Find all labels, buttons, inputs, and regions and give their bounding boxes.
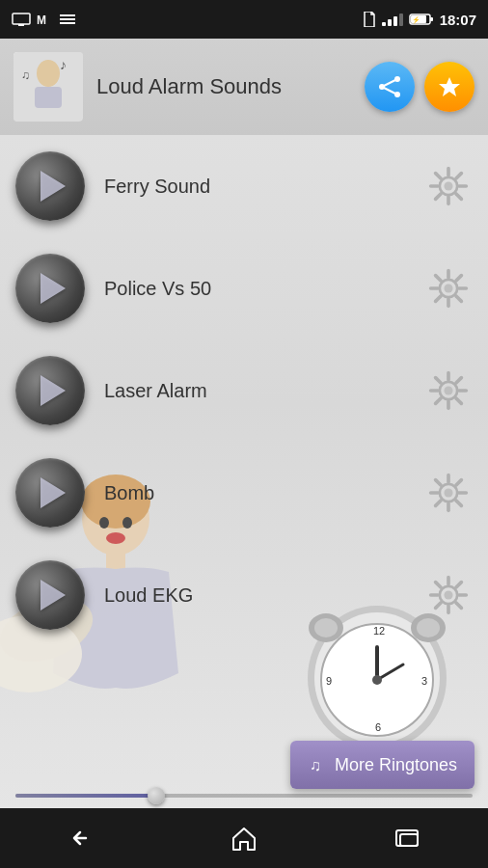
progress-bar [15,794,473,798]
home-icon [230,825,258,852]
share-button[interactable] [365,62,415,112]
status-bar: M ⚡ 18:07 [0,0,488,39]
svg-rect-0 [13,14,30,24]
thumbnail-image: ♪ ♫ [14,52,83,122]
svg-point-67 [444,386,452,394]
back-icon [67,827,95,850]
sound-item-3: Laser Alarm [0,339,488,442]
status-icons-left: M [12,13,75,26]
svg-line-82 [436,480,441,485]
signal-icon [382,13,403,26]
gear-icon-2 [427,267,470,310]
svg-line-72 [436,378,441,383]
progress-container[interactable] [15,793,473,799]
settings-button-1[interactable] [424,162,473,210]
svg-text:♪: ♪ [60,57,67,72]
play-button-2[interactable] [15,254,85,323]
svg-point-11 [37,60,60,87]
svg-line-52 [436,174,441,178]
sound-name-4: Bomb [85,482,424,504]
motorola-icon: M [37,13,54,26]
share-icon [377,74,402,99]
svg-point-57 [444,284,452,292]
sound-name-5: Loud EKG [85,584,424,607]
gear-icon-5 [427,574,470,616]
svg-line-85 [436,501,441,505]
svg-text:♫: ♫ [310,757,321,773]
settings-button-5[interactable] [424,571,473,619]
svg-rect-7 [430,17,433,21]
gear-icon-4 [427,472,470,514]
svg-text:♫: ♫ [21,68,30,82]
settings-button-4[interactable] [424,469,473,517]
menu-icon [60,13,75,26]
more-ringtones-label: More Ringtones [335,755,457,775]
svg-point-38 [372,675,382,685]
svg-line-19 [382,87,397,95]
more-ringtones-button[interactable]: ♫ More Ringtones [290,741,474,789]
svg-line-84 [456,480,461,485]
header-actions [365,62,474,112]
star-icon [437,74,462,99]
svg-line-73 [456,398,461,403]
play-button-5[interactable] [15,560,85,630]
favorite-button[interactable] [424,62,474,112]
file-icon [363,12,376,27]
sound-item-4: Bomb [0,442,488,544]
svg-line-95 [436,603,441,608]
sound-item-2: Police Vs 50 [0,237,488,339]
recents-button[interactable] [378,819,436,857]
sound-name-2: Police Vs 50 [85,278,424,300]
back-button[interactable] [52,819,110,857]
play-button-3[interactable] [15,356,85,425]
svg-rect-3 [60,14,75,16]
svg-line-92 [436,583,441,587]
sound-name-3: Laser Alarm [85,380,424,402]
svg-line-54 [456,174,461,178]
status-icons-right: ⚡ 18:07 [363,12,476,28]
settings-button-2[interactable] [424,264,473,312]
svg-line-53 [456,194,461,199]
svg-text:M: M [37,14,46,26]
svg-rect-4 [60,18,75,20]
screen-icon [12,13,31,26]
svg-line-55 [436,194,441,199]
svg-text:⚡: ⚡ [412,15,420,24]
home-button[interactable] [215,819,273,857]
play-button-4[interactable] [15,458,85,528]
svg-text:9: 9 [326,675,332,687]
svg-line-62 [436,276,441,281]
svg-line-18 [382,79,397,87]
progress-thumb[interactable] [148,787,165,804]
sound-name-1: Ferry Sound [85,176,424,198]
sound-item-1: Ferry Sound [0,135,488,237]
svg-line-93 [456,603,461,608]
app-thumbnail: ♪ ♫ [14,52,83,122]
svg-point-47 [444,181,452,190]
svg-line-74 [456,378,461,383]
settings-button-3[interactable] [424,366,473,415]
music-note-icon: ♫ [308,755,327,774]
gear-icon-1 [427,165,470,207]
progress-fill [15,794,152,798]
battery-icon: ⚡ [409,13,434,26]
svg-line-64 [456,276,461,281]
sound-list: Ferry Sound [0,135,488,646]
svg-rect-98 [400,834,418,846]
play-button-1[interactable] [15,151,85,221]
main-content: 12 3 6 9 Ferry Sound [0,135,488,808]
svg-point-77 [444,488,452,497]
svg-line-83 [456,501,461,505]
svg-text:3: 3 [421,675,427,687]
sound-item-5: Loud EKG [0,544,488,646]
svg-point-87 [444,590,452,599]
svg-line-75 [436,398,441,403]
svg-rect-1 [18,24,24,26]
svg-line-65 [436,296,441,301]
svg-line-63 [456,296,461,301]
recents-icon [393,827,421,850]
svg-line-94 [456,583,461,587]
gear-icon-3 [427,369,470,412]
app-title: Loud Alarm Sounds [96,74,351,99]
nav-bar [0,808,488,868]
